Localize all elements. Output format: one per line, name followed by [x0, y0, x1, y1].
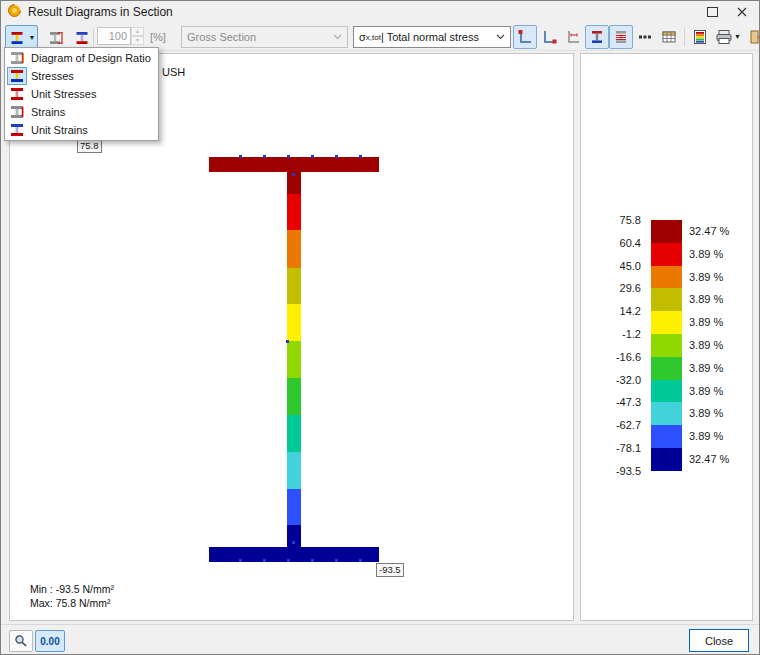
section-name-fragment: USH	[162, 66, 185, 78]
show-values-button[interactable]	[633, 25, 657, 49]
legend-percent: 3.89 %	[689, 243, 743, 266]
menu-item-strains[interactable]: Strains	[6, 103, 157, 121]
result-table-icon	[661, 29, 677, 45]
legend-color-band	[651, 402, 682, 425]
legend-percent: 32.47 %	[689, 448, 743, 471]
legend-value: -16.6	[595, 351, 641, 363]
stress-point-dot	[263, 155, 266, 158]
titlebar: Result Diagrams in Section	[1, 1, 759, 23]
legend-percent: 32.47 %	[689, 220, 743, 243]
chevron-down-icon	[496, 34, 505, 40]
print-button[interactable]: ▼	[712, 25, 744, 49]
section-outline-icon	[541, 29, 557, 45]
maximize-button[interactable]	[697, 2, 727, 22]
menu-item-stresses[interactable]: Stresses	[6, 67, 157, 85]
min-value-text: Min : -93.5 N/mm²	[30, 582, 114, 596]
menu-item-unit-strains[interactable]: Unit Strains	[6, 121, 157, 139]
unit-strains-icon	[8, 122, 26, 138]
stress-point-dot	[335, 559, 338, 562]
legend-color-band	[651, 220, 682, 243]
section-type-select: Gross Section	[181, 26, 348, 48]
stress-point-dot	[263, 559, 266, 562]
unit-stresses-icon	[8, 86, 26, 102]
menu-item-label: Diagram of Design Ratio	[31, 52, 151, 64]
legend-color-band	[651, 357, 682, 380]
caption-buttons	[697, 2, 757, 22]
window-title: Result Diagrams in Section	[28, 5, 173, 19]
legend-percent: 3.89 %	[689, 288, 743, 311]
result-table-button[interactable]	[657, 25, 681, 49]
menu-item-diagram-of-design-ratio[interactable]: Diagram of Design Ratio	[6, 49, 157, 67]
app-icon	[7, 3, 22, 22]
close-icon	[737, 7, 747, 17]
stress-type-select[interactable]: σx,tot | Total normal stress	[353, 26, 511, 48]
stresses-icon	[8, 68, 26, 84]
stress-point-dot	[359, 155, 362, 158]
scale-input	[97, 27, 131, 45]
legend-value: -78.1	[595, 442, 641, 454]
min-stress-label: -93.5	[376, 563, 404, 577]
section-outline-button[interactable]	[537, 25, 561, 49]
close-window-button[interactable]	[727, 2, 757, 22]
legend-value: -93.5	[595, 465, 641, 477]
legend-color-band	[651, 425, 682, 448]
stress-point-dot	[311, 559, 314, 562]
legend-color-band	[651, 334, 682, 357]
menu-item-label: Unit Stresses	[31, 88, 96, 100]
legend-color-band	[651, 380, 682, 403]
print-icon	[715, 29, 733, 45]
dropdown-arrow-icon: ▼	[27, 34, 37, 41]
legend-color-band	[651, 448, 682, 471]
close-button[interactable]: Close	[689, 629, 749, 652]
spin-up-icon: ▴	[131, 27, 144, 36]
zoom-button[interactable]	[9, 630, 33, 652]
max-stress-label: 75.8	[77, 139, 102, 153]
legend-value: 14.2	[595, 305, 641, 317]
stress-point-dot	[292, 541, 295, 544]
legend-value: 75.8	[595, 214, 641, 226]
spin-down-icon: ▾	[131, 36, 144, 45]
menu-item-unit-stresses[interactable]: Unit Stresses	[6, 85, 157, 103]
minmax-block: Min : -93.5 N/mm² Max: 75.8 N/mm²	[30, 582, 114, 610]
max-value-text: Max: 75.8 N/mm²	[30, 596, 114, 610]
stress-point-dot	[286, 340, 289, 343]
toolbar-separator	[93, 28, 94, 46]
dropdown-arrow-icon: ▼	[734, 33, 741, 40]
legend-panel: 75.860.445.029.614.2-1.2-16.6-32.0-47.3-…	[580, 53, 753, 621]
section-bottom-flange	[209, 547, 379, 562]
chevron-down-icon	[333, 34, 342, 40]
stress-diagram-inverse-icon	[74, 30, 90, 46]
stress-point-dot	[287, 559, 290, 562]
section-type-value: Gross Section	[187, 31, 256, 43]
legend-value: -32.0	[595, 374, 641, 386]
show-diagram-button[interactable]	[585, 25, 609, 49]
section-web	[287, 172, 301, 547]
show-hatching-icon	[613, 29, 629, 45]
stress-type-label: | Total normal stress	[381, 31, 479, 43]
result-diagrams-window: Result Diagrams in Section ▼ ▴ ▾ [%]	[0, 0, 760, 655]
stress-point-dot	[311, 155, 314, 158]
section-points-icon	[517, 29, 533, 45]
color-panel-button[interactable]	[688, 25, 712, 49]
legend-percent: 3.89 %	[689, 402, 743, 425]
legend-color-band	[651, 266, 682, 289]
show-hatching-button[interactable]	[609, 25, 633, 49]
legend-percent: 3.89 %	[689, 380, 743, 403]
legend-value: -1.2	[595, 328, 641, 340]
menu-item-label: Unit Strains	[31, 124, 88, 136]
view-toolbar: ▼	[513, 25, 759, 48]
show-values-icon	[637, 29, 653, 45]
legend-value: -47.3	[595, 396, 641, 408]
stress-point-dot	[239, 155, 242, 158]
close-preview-button[interactable]	[744, 25, 760, 49]
section-dimensions-button[interactable]	[561, 25, 585, 49]
section-points-button[interactable]	[513, 25, 537, 49]
legend-percent: 3.89 %	[689, 311, 743, 334]
stress-point-dot	[239, 559, 242, 562]
legend-color-band	[651, 311, 682, 334]
decimal-places-button[interactable]: 0.00	[35, 630, 65, 652]
menu-item-label: Strains	[31, 106, 65, 118]
diagram-type-menu: Diagram of Design RatioStressesUnit Stre…	[4, 47, 159, 141]
magnifier-icon	[14, 634, 28, 648]
stress-point-dot	[292, 173, 295, 176]
